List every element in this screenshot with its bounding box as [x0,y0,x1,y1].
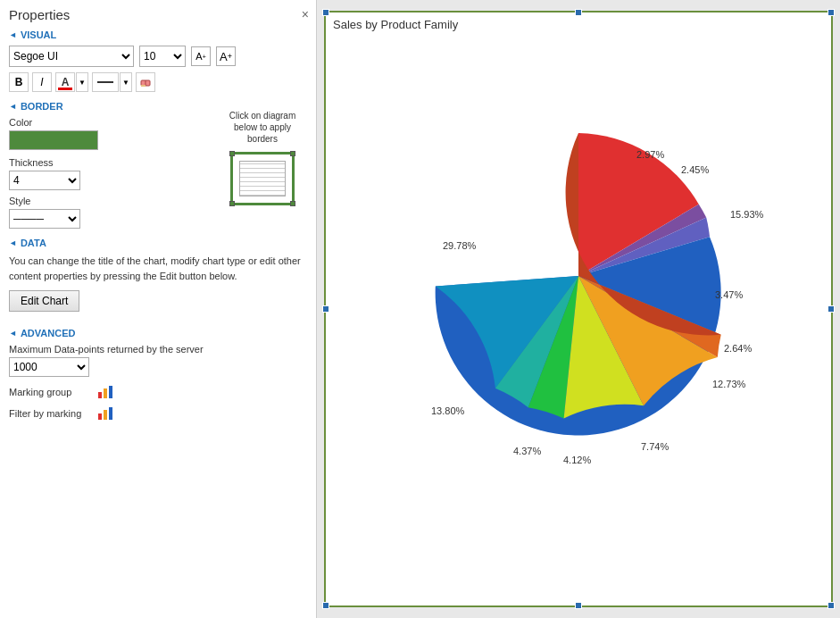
chart-container: Sales by Product Family [324,11,833,607]
thickness-label: Thickness [9,157,209,168]
label-7: 4.12% [563,455,591,465]
marking-group-icon[interactable] [96,384,114,400]
close-button[interactable]: × [302,7,309,21]
border-controls: Color Thickness 4 Style ──── [9,117,209,229]
label-11: 3.47% [715,289,743,300]
border-layout: Color Thickness 4 Style ──── Click on di… [9,117,307,229]
label-2: 2.45% [681,164,709,175]
resize-handle-bottom[interactable] [575,602,582,609]
label-8: 7.74% [641,441,669,452]
font-color-dropdown[interactable]: ▼ [76,72,88,92]
filter-by-marking-icon[interactable] [96,405,114,422]
chart-panel: Sales by Product Family [317,0,840,618]
border-diagram: Click on diagram below to apply borders [218,117,307,197]
italic-button[interactable]: I [32,72,52,92]
marking-group-label: Marking group [9,387,89,397]
border-preview-wrapper[interactable] [230,152,295,205]
border-hint: Click on diagram below to apply borders [218,110,307,145]
font-decrease-button[interactable]: A+ [191,46,211,66]
line-button[interactable] [92,72,119,92]
label-4: 29.78% [443,240,477,251]
border-preview [230,152,295,205]
font-row: Segoe UI 10 A+ A+ [9,46,307,67]
properties-panel: Properties × VISUAL Segoe UI 10 A+ A+ B … [0,0,317,618]
color-label: Color [9,117,209,128]
panel-title: Properties [9,7,307,22]
resize-handle-br[interactable] [828,602,835,609]
max-datapoints-label: Maximum Data-points returned by the serv… [9,344,307,355]
label-5: 13.80% [431,405,465,416]
visual-section-header: VISUAL [9,29,307,40]
svg-rect-8 [109,407,112,420]
marking-group-row: Marking group [9,384,307,400]
thickness-row: 4 [9,171,209,190]
svg-rect-7 [104,410,107,420]
resize-handle-right[interactable] [828,305,835,313]
resize-handle-top[interactable] [575,9,582,16]
max-datapoints-select[interactable]: 1000 [9,357,89,377]
style-select[interactable]: ──── [9,209,80,229]
svg-rect-5 [109,386,112,398]
eraser-button[interactable] [136,72,155,92]
style-label: Style [9,196,209,206]
bold-button[interactable]: B [9,72,29,92]
edit-chart-button[interactable]: Edit Chart [9,290,79,312]
label-10: 2.64% [724,343,752,354]
label-6: 4.37% [513,446,541,456]
pie-chart-svg: 15.93% 2.45% 2.97% 29.78% 13.80% 4.37% 4… [342,35,815,499]
svg-rect-4 [104,388,107,398]
svg-rect-6 [98,413,102,420]
thickness-select[interactable]: 4 [9,171,80,190]
format-toolbar: B I A ▼ ▼ [9,72,307,92]
resize-handle-tl[interactable] [322,9,329,16]
font-size-select[interactable]: 10 [139,46,186,67]
resize-handle-bl[interactable] [322,602,329,609]
filter-by-marking-row: Filter by marking [9,405,307,422]
border-color-swatch[interactable] [9,130,98,150]
line-dropdown[interactable]: ▼ [120,72,132,92]
label-9: 12.73% [712,379,746,389]
data-description: You can change the title of the chart, m… [9,254,307,283]
svg-rect-2 [141,85,146,87]
font-increase-button[interactable]: A+ [216,46,236,66]
label-1: 15.93% [730,209,764,220]
resize-handle-left[interactable] [322,305,329,313]
svg-rect-3 [98,392,102,398]
filter-by-marking-label: Filter by marking [9,408,89,419]
resize-handle-tr[interactable] [828,9,835,16]
data-section-header: DATA [9,238,307,248]
label-3: 2.97% [636,149,664,160]
font-family-select[interactable]: Segoe UI [9,46,134,67]
font-color-button[interactable]: A [55,72,75,92]
advanced-section-header: ADVANCED [9,328,307,338]
